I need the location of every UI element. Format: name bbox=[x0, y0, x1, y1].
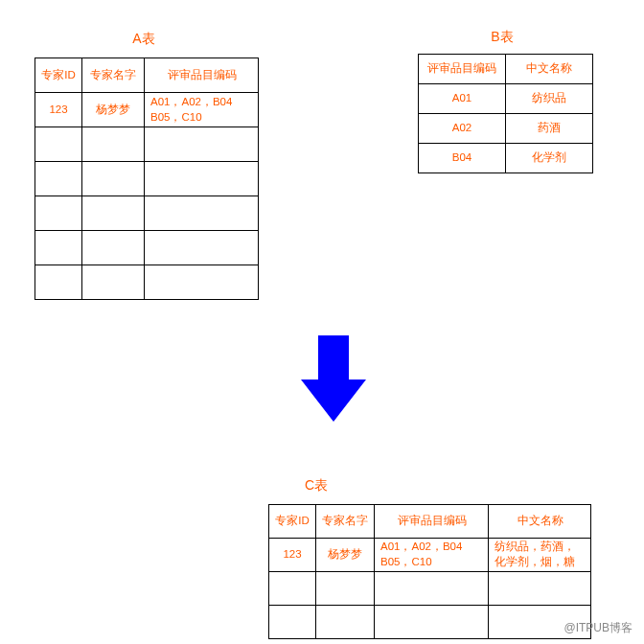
cell-cn-name: 药酒 bbox=[506, 114, 593, 144]
table-c: 专家ID 专家名字 评审品目编码 中文名称 123 杨梦梦 A01，A02，B0… bbox=[268, 504, 591, 639]
th-expert-id: 专家ID bbox=[269, 505, 316, 539]
table-row: 123 杨梦梦 A01，A02，B04B05，C10 纺织品，药酒，化学剂，烟，… bbox=[269, 539, 591, 572]
th-expert-id: 专家ID bbox=[35, 58, 82, 93]
title-a: A表 bbox=[115, 31, 172, 48]
svg-marker-0 bbox=[301, 335, 366, 422]
table-row: A02 药酒 bbox=[419, 114, 593, 144]
cell-cn-name: 纺织品 bbox=[506, 84, 593, 114]
cell-name: 杨梦梦 bbox=[316, 539, 375, 572]
table-row: 专家ID 专家名字 评审品目编码 bbox=[35, 58, 259, 93]
table-row bbox=[35, 127, 259, 162]
cell-codes: A01，A02，B04B05，C10 bbox=[375, 539, 489, 572]
table-row: 123 杨梦梦 A01，A02，B04B05，C10 bbox=[35, 93, 259, 127]
th-expert-name: 专家名字 bbox=[316, 505, 375, 539]
title-b: B表 bbox=[473, 29, 531, 46]
table-row: 评审品目编码 中文名称 bbox=[419, 55, 593, 84]
table-b: 评审品目编码 中文名称 A01 纺织品 A02 药酒 B04 化学剂 bbox=[418, 54, 593, 173]
th-codes: 评审品目编码 bbox=[375, 505, 489, 539]
table-row: A01 纺织品 bbox=[419, 84, 593, 114]
title-c: C表 bbox=[288, 477, 345, 494]
table-row bbox=[35, 231, 259, 265]
cell-code: B04 bbox=[419, 144, 506, 173]
cell-id: 123 bbox=[269, 539, 316, 572]
cell-id: 123 bbox=[35, 93, 82, 127]
cell-cn: 纺织品，药酒，化学剂，烟，糖 bbox=[489, 539, 591, 572]
th-codes: 评审品目编码 bbox=[145, 58, 259, 93]
table-row bbox=[35, 196, 259, 231]
table-row bbox=[35, 162, 259, 196]
th-cn-name: 中文名称 bbox=[506, 55, 593, 84]
cell-code: A01 bbox=[419, 84, 506, 114]
th-expert-name: 专家名字 bbox=[82, 58, 145, 93]
cell-cn-name: 化学剂 bbox=[506, 144, 593, 173]
table-row bbox=[269, 572, 591, 606]
down-arrow-icon bbox=[301, 335, 366, 422]
cell-codes: A01，A02，B04B05，C10 bbox=[145, 93, 259, 127]
table-row: B04 化学剂 bbox=[419, 144, 593, 173]
cell-name: 杨梦梦 bbox=[82, 93, 145, 127]
table-row bbox=[269, 606, 591, 639]
table-a: 专家ID 专家名字 评审品目编码 123 杨梦梦 A01，A02，B04B05，… bbox=[34, 58, 259, 300]
watermark: @ITPUB博客 bbox=[564, 620, 632, 636]
cell-code: A02 bbox=[419, 114, 506, 144]
table-row: 专家ID 专家名字 评审品目编码 中文名称 bbox=[269, 505, 591, 539]
th-cn-name: 中文名称 bbox=[489, 505, 591, 539]
th-code: 评审品目编码 bbox=[419, 55, 506, 84]
table-row bbox=[35, 265, 259, 300]
